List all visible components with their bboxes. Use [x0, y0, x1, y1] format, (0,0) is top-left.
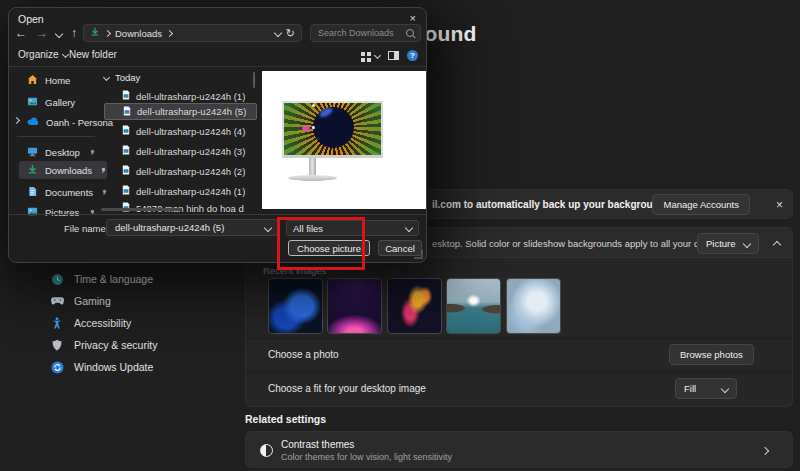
- preview-pane-icon[interactable]: [388, 51, 399, 60]
- pictures-icon: [27, 206, 38, 219]
- row-separator: [246, 372, 792, 373]
- gallery-icon: [27, 96, 38, 109]
- preview-dot: [312, 104, 315, 107]
- place-home[interactable]: Home: [27, 72, 70, 88]
- recent-locations-chevron-icon[interactable]: [55, 30, 63, 38]
- view-grid-icon[interactable]: [361, 52, 365, 56]
- search-icon: [406, 29, 414, 37]
- file-name: dell-ultrasharp-u2424h (2): [136, 166, 245, 177]
- personalize-background-body: Recent images Choose a photo Browse phot…: [245, 258, 793, 407]
- banner-close-icon[interactable]: ×: [776, 199, 783, 211]
- recent-image-thumbnail-5[interactable]: [506, 278, 561, 334]
- place-label: Desktop: [45, 147, 80, 158]
- organize-menu[interactable]: Organize: [18, 49, 68, 60]
- recent-image-thumbnail-2[interactable]: [327, 278, 382, 334]
- preview-highlight: [302, 126, 310, 131]
- image-file-icon: [122, 185, 130, 197]
- chevron-down-icon: [721, 384, 729, 392]
- new-folder-button[interactable]: New folder: [69, 49, 117, 60]
- downloads-icon: [27, 164, 38, 177]
- dialog-close-icon[interactable]: ×: [410, 13, 416, 24]
- place-label: Pictures: [45, 207, 79, 218]
- collapse-chevron-icon[interactable]: [773, 241, 781, 249]
- image-file-icon: [122, 125, 130, 137]
- shield-icon: [50, 338, 64, 352]
- refresh-icon[interactable]: ↻: [286, 28, 295, 39]
- expand-chevron-icon[interactable]: [13, 117, 20, 124]
- sidebar-item-gaming[interactable]: Gaming: [50, 292, 111, 310]
- personalize-description: esktop. Solid color or slideshow backgro…: [432, 238, 735, 249]
- place-documents[interactable]: Documents: [27, 184, 99, 200]
- view-options-chevron-icon[interactable]: [374, 52, 381, 59]
- sidebar-item-label: Windows Update: [74, 361, 153, 373]
- sidebar-item-label: Time & language: [74, 273, 153, 285]
- address-bar[interactable]: Downloads ↻: [83, 24, 302, 42]
- sidebar-item-accessibility[interactable]: Accessibility: [50, 314, 131, 332]
- place-pictures[interactable]: Pictures: [27, 204, 99, 220]
- places-separator: [17, 136, 95, 137]
- file-name: dell-ultrasharp-u2424h (1): [136, 186, 245, 197]
- place-label: Documents: [45, 187, 93, 198]
- sidebar-item-label: Gaming: [74, 295, 111, 307]
- recent-image-thumbnail-4[interactable]: [446, 278, 501, 334]
- sidebar-item-privacy-security[interactable]: Privacy & security: [50, 336, 157, 354]
- file-item[interactable]: dell-ultrasharp-u2424h (2): [122, 164, 245, 178]
- file-name-combobox[interactable]: [106, 219, 278, 236]
- address-dropdown-chevron-icon[interactable]: [274, 29, 282, 37]
- help-icon[interactable]: ?: [407, 50, 418, 61]
- file-name-label: File name:: [64, 223, 108, 234]
- vertical-scrollbar[interactable]: [253, 72, 255, 88]
- new-folder-label: New folder: [69, 49, 117, 60]
- search-input[interactable]: [316, 27, 406, 39]
- sidebar-item-time-language[interactable]: Time & language: [50, 270, 153, 288]
- sidebar-item-windows-update[interactable]: Windows Update: [50, 358, 153, 376]
- file-name: dell-ultrasharp-u2424h (3): [136, 146, 245, 157]
- forward-icon[interactable]: →: [36, 27, 48, 39]
- image-file-icon: [122, 90, 130, 102]
- image-file-icon: [122, 145, 130, 157]
- file-item[interactable]: dell-ultrasharp-u2424h (4): [122, 124, 245, 138]
- back-icon[interactable]: ←: [15, 27, 27, 39]
- place-onedrive[interactable]: Oanh - Persona: [27, 114, 113, 130]
- accessibility-icon: [50, 316, 64, 330]
- recent-image-thumbnail-3[interactable]: [387, 278, 442, 334]
- preview-pane: [262, 71, 426, 209]
- place-downloads[interactable]: Downloads: [19, 161, 107, 179]
- fit-dropdown[interactable]: Fill: [675, 378, 737, 399]
- contrast-themes-card[interactable]: Contrast themes Color themes for low vis…: [245, 431, 793, 468]
- place-desktop[interactable]: Desktop: [27, 144, 99, 160]
- file-item[interactable]: dell-ultrasharp-u2424h (1): [122, 89, 245, 103]
- horizontal-scrollbar[interactable]: [101, 208, 181, 211]
- file-item[interactable]: dell-ultrasharp-u2424h (1): [122, 184, 245, 198]
- choose-photo-label: Choose a photo: [268, 349, 339, 360]
- file-name: dell-ultrasharp-u2424h (4): [136, 126, 245, 137]
- place-gallery[interactable]: Gallery: [27, 94, 75, 110]
- resize-grip[interactable]: [414, 250, 423, 259]
- file-name: dell-ultrasharp-u2424h (5): [137, 106, 246, 117]
- choose-fit-label: Choose a fit for your desktop image: [268, 383, 426, 394]
- breadcrumb-chevron-icon: [166, 29, 173, 36]
- annotation-rectangle: [277, 217, 365, 270]
- file-name-input[interactable]: [113, 221, 257, 234]
- breadcrumb-location[interactable]: Downloads: [115, 28, 162, 39]
- sidebar-item-label: Accessibility: [74, 317, 131, 329]
- chevron-right-icon: [761, 447, 769, 455]
- up-icon[interactable]: ↑: [71, 27, 77, 39]
- group-collapse-chevron-icon: [103, 73, 110, 80]
- recent-image-thumbnail-1[interactable]: [268, 278, 323, 334]
- file-item-selected[interactable]: dell-ultrasharp-u2424h (5): [104, 103, 257, 120]
- related-settings-heading: Related settings: [245, 413, 326, 425]
- file-group-header[interactable]: Today: [104, 70, 140, 84]
- file-item[interactable]: dell-ultrasharp-u2424h (3): [122, 144, 245, 158]
- footer-separator: [9, 214, 426, 215]
- background-type-dropdown[interactable]: Picture: [697, 233, 759, 254]
- preview-dot: [312, 126, 315, 129]
- image-file-icon: [123, 106, 131, 118]
- pin-icon: [99, 165, 106, 176]
- dialog-title: Open: [18, 13, 44, 25]
- browse-photos-button[interactable]: Browse photos: [669, 344, 754, 365]
- search-box[interactable]: [310, 24, 421, 42]
- manage-accounts-button[interactable]: Manage Accounts: [652, 194, 750, 215]
- group-label: Today: [115, 72, 140, 83]
- time-language-icon: [50, 272, 64, 286]
